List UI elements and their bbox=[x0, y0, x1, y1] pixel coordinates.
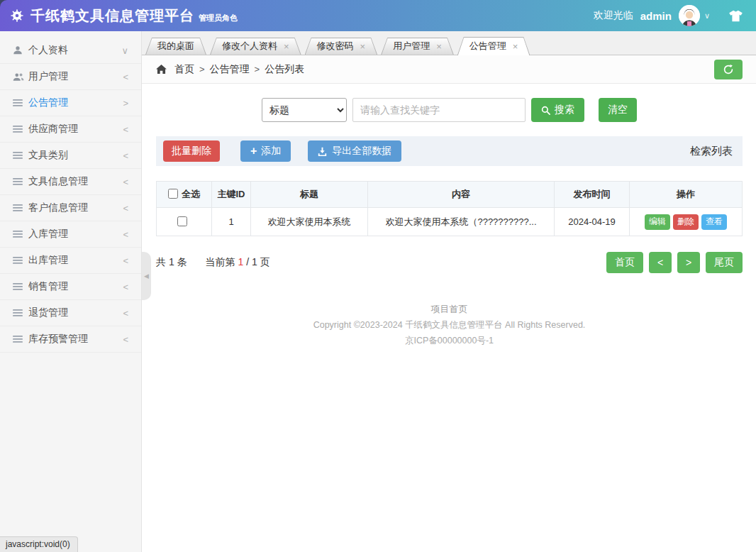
tab-user-mgmt[interactable]: 用户管理 × bbox=[381, 38, 454, 55]
body-wrap: 个人资料 ∨ 用户管理 < 公告管理 > 供应 bbox=[0, 31, 756, 552]
app-header: 千纸鹤文具信息管理平台 管理员角色 欢迎光临 admin ∨ bbox=[0, 0, 756, 31]
chevron-icon: < bbox=[123, 334, 128, 345]
chevron-icon: > bbox=[123, 98, 128, 109]
close-icon[interactable]: × bbox=[513, 42, 518, 51]
search-input[interactable] bbox=[352, 98, 526, 122]
tab-notice-mgmt[interactable]: 公告管理 × bbox=[457, 37, 530, 55]
edit-button[interactable]: 编辑 bbox=[645, 214, 670, 230]
refresh-icon bbox=[723, 64, 734, 75]
row-date: 2024-04-19 bbox=[555, 208, 630, 236]
close-icon[interactable]: × bbox=[436, 42, 442, 51]
footer-home-link[interactable]: 项目首页 bbox=[156, 302, 743, 317]
sidebar-item-label: 库存预警管理 bbox=[28, 333, 88, 346]
plus-icon: + bbox=[250, 145, 257, 157]
refresh-button[interactable] bbox=[714, 60, 743, 79]
sidebar: 个人资料 ∨ 用户管理 < 公告管理 > 供应 bbox=[0, 31, 142, 552]
current-page-number: 1 bbox=[238, 256, 243, 267]
tab-label: 用户管理 bbox=[393, 40, 430, 53]
close-icon[interactable]: × bbox=[360, 42, 366, 51]
clear-button-label: 清空 bbox=[608, 104, 628, 116]
select-all-checkbox[interactable] bbox=[168, 189, 178, 199]
row-actions: 编辑删除查看 bbox=[630, 208, 743, 236]
sidebar-item-user-mgmt[interactable]: 用户管理 < bbox=[0, 64, 141, 90]
tab-label: 修改密码 bbox=[317, 40, 354, 53]
select-all-label: 全选 bbox=[182, 189, 200, 199]
sidebar-item-sales-mgmt[interactable]: 销售管理 < bbox=[0, 274, 141, 300]
pager-buttons: 首页 < > 尾页 bbox=[606, 252, 743, 273]
delete-button[interactable]: 删除 bbox=[673, 214, 699, 230]
sidebar-item-stationery-category[interactable]: 文具类别 < bbox=[0, 143, 141, 169]
prev-page-button[interactable]: < bbox=[649, 252, 672, 273]
chevron-icon: < bbox=[123, 124, 128, 135]
sidebar-item-label: 用户管理 bbox=[28, 70, 68, 83]
sidebar-item-inbound-mgmt[interactable]: 入库管理 < bbox=[0, 221, 141, 248]
menu-list-icon bbox=[13, 177, 28, 186]
tab-my-desktop[interactable]: 我的桌面 bbox=[145, 38, 206, 55]
tab-label: 修改个人资料 bbox=[222, 40, 277, 53]
row-id: 1 bbox=[212, 208, 251, 236]
toolbar: 批量删除 + 添加 导出全部数据 检索列表 bbox=[156, 136, 743, 166]
download-icon bbox=[318, 147, 327, 156]
close-icon[interactable]: × bbox=[284, 42, 289, 51]
col-header-id: 主键ID bbox=[212, 182, 251, 208]
sidebar-item-returns-mgmt[interactable]: 退货管理 < bbox=[0, 300, 141, 326]
menu-list-icon bbox=[13, 151, 28, 160]
pagination-info: 共 1 条当前第 1 / 1 页 bbox=[156, 256, 270, 269]
search-row: 标题 搜索 清空 bbox=[156, 98, 743, 122]
row-checkbox[interactable] bbox=[177, 216, 187, 226]
sidebar-item-stock-warning-mgmt[interactable]: 库存预警管理 < bbox=[0, 326, 141, 353]
sidebar-collapse-handle[interactable]: ◀ bbox=[142, 252, 151, 300]
sidebar-item-stationery-info-mgmt[interactable]: 文具信息管理 < bbox=[0, 169, 141, 195]
menu-list-icon bbox=[13, 282, 28, 291]
first-page-button[interactable]: 首页 bbox=[606, 252, 643, 273]
search-button[interactable]: 搜索 bbox=[531, 98, 584, 122]
export-all-button[interactable]: 导出全部数据 bbox=[308, 140, 401, 162]
tshirt-icon[interactable] bbox=[728, 10, 743, 22]
notice-table: 全选 主键ID 标题 内容 发布时间 操作 bbox=[156, 181, 743, 236]
sidebar-item-outbound-mgmt[interactable]: 出库管理 < bbox=[0, 248, 141, 274]
tab-change-password[interactable]: 修改密码 × bbox=[305, 38, 378, 55]
last-page-button[interactable]: 尾页 bbox=[706, 252, 743, 273]
breadcrumb-separator: > bbox=[199, 64, 205, 74]
search-icon bbox=[541, 106, 550, 115]
sidebar-item-label: 退货管理 bbox=[28, 307, 68, 319]
breadcrumb-notice-mgmt[interactable]: 公告管理 bbox=[210, 63, 250, 76]
sidebar-item-label: 供应商管理 bbox=[28, 123, 78, 136]
sidebar-item-customer-info-mgmt[interactable]: 客户信息管理 < bbox=[0, 195, 141, 221]
sidebar-item-notice-mgmt[interactable]: 公告管理 > bbox=[0, 90, 141, 116]
tab-edit-profile[interactable]: 修改个人资料 × bbox=[210, 38, 301, 55]
search-field-select[interactable]: 标题 bbox=[262, 98, 347, 122]
chevron-icon: < bbox=[123, 177, 128, 187]
sidebar-item-supplier-mgmt[interactable]: 供应商管理 < bbox=[0, 116, 141, 143]
breadcrumb-separator: > bbox=[255, 64, 260, 74]
batch-delete-button[interactable]: 批量删除 bbox=[163, 140, 220, 162]
page-footer: 项目首页 Copyright ©2023-2024 千纸鹤文具信息管理平台 Al… bbox=[156, 302, 743, 348]
view-button[interactable]: 查看 bbox=[701, 214, 727, 230]
footer-icp: 京ICP备00000000号-1 bbox=[156, 333, 743, 348]
users-icon bbox=[13, 72, 28, 82]
user-area: 欢迎光临 admin ∨ bbox=[594, 5, 743, 26]
next-page-button[interactable]: > bbox=[677, 252, 700, 273]
chevron-icon: < bbox=[123, 255, 128, 266]
col-header-title: 标题 bbox=[251, 182, 368, 208]
breadcrumb-home[interactable]: 首页 bbox=[174, 63, 194, 76]
chevron-icon: < bbox=[123, 308, 128, 319]
menu-list-icon bbox=[13, 99, 28, 107]
search-button-label: 搜索 bbox=[555, 104, 574, 116]
chevron-down-icon[interactable]: ∨ bbox=[704, 11, 710, 21]
avatar[interactable] bbox=[679, 5, 700, 26]
add-button[interactable]: + 添加 bbox=[240, 140, 291, 162]
clear-button[interactable]: 清空 bbox=[599, 98, 637, 122]
table-header-row: 全选 主键ID 标题 内容 发布时间 操作 bbox=[157, 182, 743, 208]
total-pages-text: / 1 页 bbox=[246, 256, 269, 267]
sidebar-item-label: 公告管理 bbox=[28, 96, 68, 109]
menu-list-icon bbox=[13, 125, 28, 133]
menu-list-icon bbox=[13, 256, 28, 265]
username[interactable]: admin bbox=[640, 10, 672, 22]
export-all-label: 导出全部数据 bbox=[332, 145, 391, 158]
sidebar-item-label: 文具类别 bbox=[28, 149, 68, 162]
sidebar-item-profile[interactable]: 个人资料 ∨ bbox=[0, 38, 141, 64]
menu-list-icon bbox=[13, 230, 28, 238]
sidebar-item-label: 客户信息管理 bbox=[28, 202, 88, 214]
content-area: 标题 搜索 清空 批量删除 bbox=[142, 84, 756, 552]
